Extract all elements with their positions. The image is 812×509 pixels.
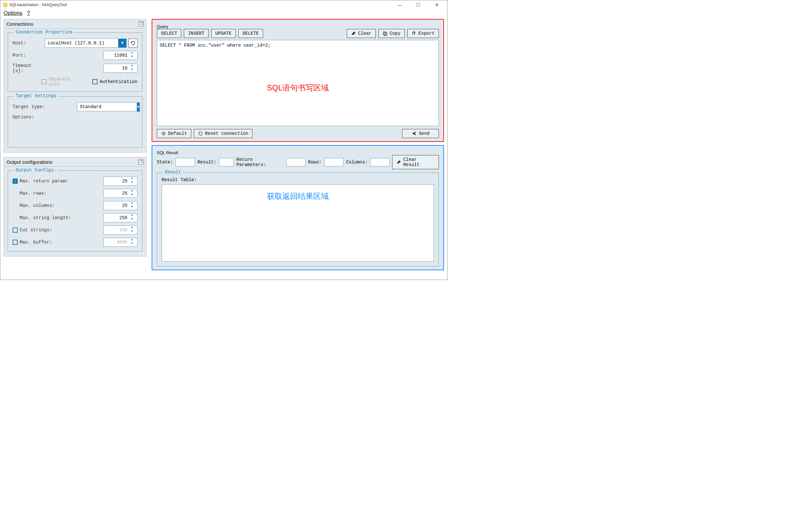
eraser-icon bbox=[351, 31, 356, 36]
query-panel: Query SELECT INSERT UPDATE DELETE Clear … bbox=[152, 19, 444, 142]
cut-strings-checkbox[interactable] bbox=[12, 228, 18, 233]
refresh-icon bbox=[130, 40, 135, 46]
close-button[interactable]: ✕ bbox=[430, 2, 443, 7]
chevron-down-icon[interactable]: ▼ bbox=[137, 103, 140, 112]
timeout-spinner[interactable]: ▲▼ bbox=[103, 64, 137, 73]
options-label: Options: bbox=[12, 114, 77, 120]
spinner-down-icon[interactable]: ▼ bbox=[129, 55, 135, 59]
delete-button[interactable]: DELETE bbox=[238, 29, 263, 38]
host-dropdown-icon[interactable]: ▼ bbox=[118, 39, 127, 47]
result-table: 获取返回结果区域 bbox=[162, 184, 434, 262]
menu-help[interactable]: ? bbox=[27, 10, 30, 16]
result-overlay-annotation: 获取返回结果区域 bbox=[267, 191, 329, 201]
return-params-label: Return Parameters: bbox=[236, 157, 284, 167]
reset-connection-button[interactable]: Reset connection bbox=[194, 129, 252, 138]
svg-point-2 bbox=[163, 133, 164, 134]
max-buffer-spinner: ▲▼ bbox=[103, 238, 137, 247]
authentication-checkbox[interactable] bbox=[92, 79, 98, 84]
svg-rect-0 bbox=[384, 32, 386, 35]
target-type-label: Target type: bbox=[12, 104, 77, 109]
target-settings-legend: Target Settings bbox=[14, 93, 58, 98]
sql-result-panel: SQL Result State: Result: Return Paramet… bbox=[152, 145, 444, 270]
default-button[interactable]: Default bbox=[157, 129, 191, 138]
export-button[interactable]: Export bbox=[407, 29, 439, 38]
host-input[interactable] bbox=[45, 39, 118, 47]
titlebar: SQL4automation - S4AQueryTool — ☐ ✕ bbox=[0, 0, 447, 9]
clear-result-button[interactable]: Clear Result bbox=[392, 155, 439, 169]
window-title: SQL4automation - S4AQueryTool bbox=[9, 3, 393, 7]
max-columns-spinner[interactable]: ▲▼ bbox=[103, 201, 137, 210]
connections-header: Connections ❐ bbox=[4, 19, 147, 29]
reset-icon bbox=[198, 131, 203, 136]
cut-strings-spinner: ▲▼ bbox=[103, 226, 137, 235]
insert-button[interactable]: INSERT bbox=[184, 29, 208, 38]
timeout-label: Timeout [s]: bbox=[12, 63, 45, 73]
copy-icon bbox=[383, 31, 388, 36]
max-rows-spinner[interactable]: ▲▼ bbox=[103, 189, 137, 198]
gear-icon bbox=[161, 131, 166, 136]
return-params-field bbox=[286, 158, 305, 166]
eraser-icon bbox=[396, 160, 401, 165]
connections-collapse-icon[interactable]: ❐ bbox=[138, 21, 143, 26]
max-buffer-checkbox[interactable] bbox=[12, 240, 18, 245]
target-type-select[interactable]: ▼ bbox=[77, 102, 139, 111]
result-label: Result: bbox=[197, 160, 216, 165]
refresh-button[interactable] bbox=[128, 39, 137, 47]
max-return-param-spinner[interactable]: ▲▼ bbox=[103, 177, 137, 185]
select-button[interactable]: SELECT bbox=[157, 29, 181, 38]
connection-properties-legend: Connection Properties bbox=[14, 30, 74, 35]
maximize-button[interactable]: ☐ bbox=[412, 2, 425, 7]
export-icon bbox=[412, 31, 417, 36]
app-icon bbox=[3, 3, 7, 7]
sql-result-legend: SQL Result bbox=[157, 150, 178, 155]
columns-field bbox=[370, 158, 390, 166]
columns-label: Columns: bbox=[346, 160, 368, 165]
minimize-button[interactable]: — bbox=[393, 2, 406, 7]
send-icon bbox=[412, 131, 417, 136]
copy-button[interactable]: Copy bbox=[378, 29, 405, 38]
port-label: Port: bbox=[12, 53, 45, 58]
rows-label: Rows: bbox=[308, 160, 322, 165]
result-inner-legend: Result bbox=[163, 170, 183, 175]
output-configs-legend: Output Configs. bbox=[14, 168, 58, 173]
svg-rect-1 bbox=[384, 33, 387, 35]
menubar: Options ? bbox=[0, 9, 447, 17]
result-field bbox=[219, 158, 234, 166]
host-label: Host: bbox=[12, 40, 45, 46]
query-legend: Query bbox=[157, 24, 168, 29]
max-string-length-spinner[interactable]: ▲▼ bbox=[103, 213, 137, 222]
menu-options[interactable]: Options bbox=[4, 10, 23, 16]
clear-button[interactable]: Clear bbox=[347, 29, 376, 38]
sql-textarea[interactable] bbox=[157, 40, 439, 126]
output-collapse-icon[interactable]: ❐ bbox=[138, 159, 143, 164]
separate-auth-checkbox[interactable] bbox=[41, 79, 47, 84]
update-button[interactable]: UPDATE bbox=[211, 29, 236, 38]
state-label: State: bbox=[157, 160, 173, 165]
max-return-param-checkbox[interactable] bbox=[12, 178, 18, 184]
send-button[interactable]: Send bbox=[402, 129, 439, 138]
rows-field bbox=[324, 158, 344, 166]
result-table-label: Result Table: bbox=[162, 177, 434, 182]
port-spinner[interactable]: ▲▼ bbox=[103, 51, 137, 60]
state-field bbox=[175, 158, 195, 166]
output-config-header: Output configurations ❐ bbox=[4, 157, 147, 167]
